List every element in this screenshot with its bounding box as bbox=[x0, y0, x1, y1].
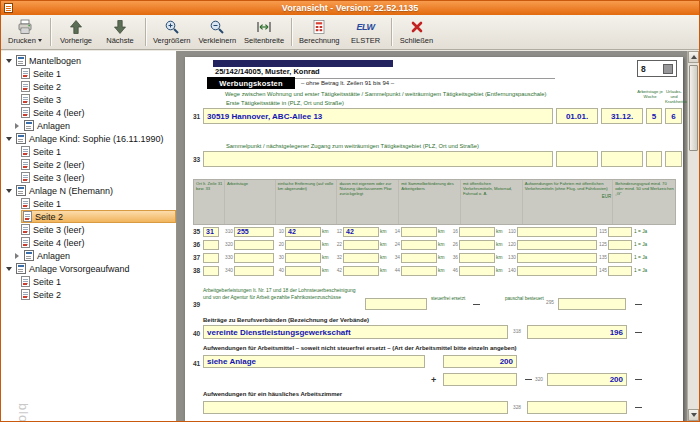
arbeitstage-field: 255 bbox=[234, 227, 274, 237]
chevron-down-icon[interactable] bbox=[5, 267, 13, 271]
page-icon bbox=[21, 81, 30, 92]
tree-page-item[interactable]: Seite 1 bbox=[1, 67, 176, 80]
tree-item-anlage-n[interactable]: Anlage N (Ehemann) bbox=[1, 184, 176, 197]
tree-item-anlage-vorsorgeaufwand[interactable]: Anlage Vorsorgeaufwand bbox=[1, 262, 176, 275]
field-code: 340 bbox=[223, 268, 234, 273]
row-number: 36 bbox=[193, 241, 203, 248]
dropdown-caret-icon[interactable] bbox=[38, 39, 42, 42]
page-width-button[interactable]: Seitenbreite bbox=[240, 16, 288, 48]
next-page-button[interactable]: Nächste bbox=[98, 16, 142, 48]
elster-button[interactable]: ELW ELSTER bbox=[344, 16, 388, 48]
field-code: 30 bbox=[274, 255, 285, 260]
field-code: 24 bbox=[390, 242, 401, 247]
zoom-in-icon bbox=[164, 19, 180, 35]
chevron-down-icon[interactable] bbox=[5, 137, 13, 141]
print-button-label: Drucken bbox=[8, 36, 42, 45]
tree-item-anlagen[interactable]: Anlagen bbox=[1, 119, 176, 132]
tree-item-label: Seite 3 (leer) bbox=[33, 173, 85, 183]
close-button[interactable]: Schließen bbox=[395, 16, 439, 48]
pkw-field bbox=[343, 240, 379, 250]
main-area: Mantelbogen Seite 1 Seite 2 Seite 3 Seit… bbox=[1, 51, 699, 421]
previous-page-button[interactable]: Vorherige bbox=[54, 16, 98, 48]
tree-page-item[interactable]: Seite 1 bbox=[1, 145, 176, 158]
commute-table: Ort lt. Zeile 31 bzw. 33 Arbeitstage ein… bbox=[193, 179, 676, 277]
tree-item-label: Anlage Vorsorgeaufwand bbox=[29, 264, 130, 274]
eur-label: EUR bbox=[525, 194, 612, 199]
oeffentlich-field bbox=[459, 266, 495, 276]
field-code: 295 bbox=[546, 300, 554, 305]
km-unit: km bbox=[379, 229, 390, 234]
title-bar[interactable]: Voransicht - Version: 22.52.1135 bbox=[1, 1, 699, 15]
form-icon bbox=[16, 263, 26, 274]
page-icon bbox=[21, 107, 30, 118]
tree-item-label: Seite 3 bbox=[33, 95, 61, 105]
tree-page-item[interactable]: Seite 4 (leer) bbox=[1, 106, 176, 119]
field-code: 120 bbox=[506, 242, 517, 247]
zoom-in-button[interactable]: Vergrößern bbox=[149, 16, 195, 48]
selected-highlight: Seite 2 bbox=[21, 210, 176, 223]
tree-item-label: Seite 2 bbox=[35, 212, 63, 222]
behinderung-field bbox=[608, 227, 632, 237]
arbeitstage-field bbox=[234, 240, 274, 250]
workplace-field: 30519 Hannover, ABC-Allee 13 bbox=[203, 108, 553, 124]
tree-page-item-selected[interactable]: Seite 2 bbox=[1, 210, 176, 223]
zoom-out-button[interactable]: Verkleinern bbox=[195, 16, 241, 48]
print-button[interactable]: Drucken bbox=[3, 16, 47, 48]
steuerfrei-field bbox=[365, 298, 427, 310]
tree-item-anlagen[interactable]: Anlagen bbox=[1, 249, 176, 262]
tree-page-item[interactable]: Seite 1 bbox=[1, 197, 176, 210]
toolbar-separator bbox=[50, 18, 51, 46]
arbeitstage-field bbox=[234, 253, 274, 263]
vertical-scrollbar[interactable] bbox=[687, 51, 699, 421]
tree-page-item[interactable]: Seite 3 (leer) bbox=[1, 171, 176, 184]
table-row: 38 340 40 km 42 km 44 km 46 bbox=[193, 264, 676, 277]
row-number: 38 bbox=[193, 267, 203, 274]
chevron-right-icon[interactable] bbox=[13, 123, 21, 129]
field-code: 125 bbox=[597, 242, 608, 247]
printer-icon bbox=[17, 19, 33, 35]
line-number: 39 bbox=[193, 301, 200, 308]
tree-item-label: Anlagen bbox=[37, 121, 70, 131]
chevron-down-icon[interactable] bbox=[5, 189, 13, 193]
tree-page-item[interactable]: Seite 3 bbox=[1, 93, 176, 106]
tree-item-label: Seite 2 bbox=[33, 82, 61, 92]
form-page: 25/142/14005, Muster, Konrad 8 Werbungsk… bbox=[185, 57, 683, 421]
line-number: 41 bbox=[193, 360, 200, 367]
scroll-up-button[interactable] bbox=[688, 51, 699, 63]
scroll-down-button[interactable] bbox=[688, 409, 699, 421]
field-code: 135 bbox=[597, 255, 608, 260]
vacation-field bbox=[665, 151, 682, 167]
arrow-down-icon bbox=[691, 413, 697, 417]
arbeitsmittel-sum-field: 200 bbox=[547, 373, 627, 386]
calculation-button[interactable]: Berechnung bbox=[295, 16, 343, 48]
ort-cell bbox=[203, 266, 223, 276]
chevron-down-icon[interactable] bbox=[5, 59, 13, 63]
page-icon bbox=[21, 159, 30, 170]
berufsverband-amount-field: 196 bbox=[527, 325, 627, 339]
km-unit: km bbox=[495, 242, 506, 247]
page-width-label: Seitenbreite bbox=[244, 36, 284, 45]
dash-mark bbox=[525, 379, 532, 380]
close-label: Schließen bbox=[400, 36, 433, 45]
field-code: 26 bbox=[448, 242, 459, 247]
tree-item-label: Mantelbogen bbox=[29, 56, 81, 66]
tree-item-anlage-kind[interactable]: Anlage Kind: Sophie (16.11.1990) bbox=[1, 132, 176, 145]
tree-item-label: Seite 2 (leer) bbox=[33, 160, 85, 170]
tree-page-item[interactable]: Seite 2 bbox=[1, 80, 176, 93]
date-from-field: 01.01. bbox=[556, 108, 598, 124]
tree-page-item[interactable]: Seite 3 (leer) bbox=[1, 223, 176, 236]
tree-page-item[interactable]: Seite 4 (leer) bbox=[1, 236, 176, 249]
zoom-out-icon bbox=[209, 19, 225, 35]
page-icon bbox=[21, 146, 30, 157]
chevron-right-icon[interactable] bbox=[13, 253, 21, 259]
calculation-icon bbox=[311, 19, 327, 35]
pkw-field bbox=[343, 253, 379, 263]
line33-label: Sammelpunkt / nächstgelegener Zugang zum… bbox=[226, 143, 556, 149]
preview-pane: 25/142/14005, Muster, Konrad 8 Werbungsk… bbox=[177, 51, 699, 421]
scrollbar-thumb[interactable] bbox=[689, 65, 698, 151]
tree-item-mantelbogen[interactable]: Mantelbogen bbox=[1, 54, 176, 67]
elster-icon: ELW bbox=[357, 19, 375, 35]
tree-page-item[interactable]: Seite 1 bbox=[1, 275, 176, 288]
tree-page-item[interactable]: Seite 2 bbox=[1, 288, 176, 301]
tree-page-item[interactable]: Seite 2 (leer) bbox=[1, 158, 176, 171]
